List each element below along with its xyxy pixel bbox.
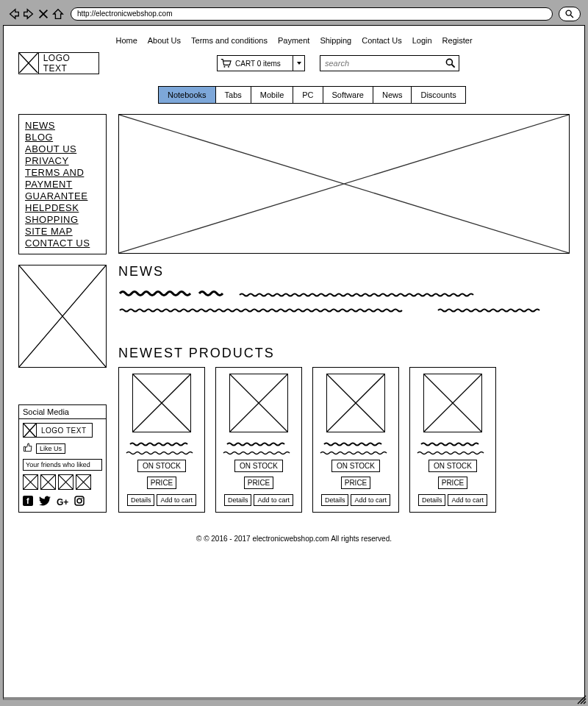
cart-dropdown-icon[interactable]	[293, 56, 304, 71]
sidebar-item-shopping[interactable]: SHOPPING	[25, 214, 100, 225]
stock-badge: ON STOCK	[234, 460, 283, 472]
sidebar-item-blog[interactable]: BLOG	[25, 132, 100, 143]
details-button[interactable]: Details	[321, 494, 349, 506]
topnav-home[interactable]: Home	[115, 36, 137, 45]
news-body-placeholder	[118, 285, 570, 319]
tab-discounts[interactable]: Discounts	[412, 87, 465, 103]
cart-widget[interactable]: CART 0 items	[217, 55, 305, 71]
logo-image-placeholder-icon	[19, 53, 39, 74]
topnav-terms[interactable]: Terms and conditions	[191, 36, 268, 45]
product-grid: ON STOCK PRICE Details Add to cart ON ST…	[118, 367, 570, 513]
logo-text: LOGO TEXT	[39, 53, 98, 74]
stock-badge: ON STOCK	[429, 460, 477, 472]
cart-icon	[218, 58, 234, 68]
browser-search-icon[interactable]	[559, 7, 581, 21]
like-button[interactable]: Like Us	[36, 443, 65, 454]
add-to-cart-button[interactable]: Add to cart	[254, 494, 293, 506]
product-card: ON STOCK PRICE Details Add to cart	[118, 367, 205, 513]
details-button[interactable]: Details	[418, 494, 446, 506]
topnav-register[interactable]: Register	[442, 36, 473, 45]
back-icon[interactable]	[7, 7, 21, 21]
svg-point-7	[77, 499, 82, 503]
svg-point-0	[566, 10, 571, 15]
thumbs-up-icon[interactable]	[23, 442, 33, 454]
search-box	[320, 55, 459, 71]
price-badge: PRICE	[341, 477, 371, 489]
svg-text:f: f	[26, 496, 29, 505]
tab-mobile[interactable]: Mobile	[251, 87, 293, 103]
add-to-cart-button[interactable]: Add to cart	[351, 494, 390, 506]
friend-thumbnails	[23, 474, 102, 490]
social-logo-icon	[24, 424, 37, 437]
friend-thumb	[76, 474, 91, 490]
sidebar-item-contact[interactable]: CONTACT US	[25, 238, 100, 249]
details-button[interactable]: Details	[127, 494, 155, 506]
footer-copyright: © © 2016 - 2017 electronicwebshop.com Al…	[18, 535, 570, 543]
friend-thumb	[58, 474, 74, 490]
sidebar-item-news[interactable]: NEWS	[25, 120, 100, 131]
sidebar-item-privacy[interactable]: PRIVACY	[25, 155, 100, 166]
social-logo-text: LOGO TEXT	[37, 427, 91, 435]
price-badge: PRICE	[438, 477, 468, 489]
hero-image-placeholder	[118, 114, 570, 254]
tab-tabs[interactable]: Tabs	[216, 87, 251, 103]
category-tabs: Notebooks Tabs Mobile PC Software News D…	[158, 86, 466, 104]
topnav-about[interactable]: About Us	[148, 36, 181, 45]
top-nav: Home About Us Terms and conditions Payme…	[18, 36, 570, 45]
stock-badge: ON STOCK	[331, 460, 380, 472]
friends-who-liked: Your friends who liked	[23, 459, 102, 471]
resize-grip-icon[interactable]	[576, 694, 587, 705]
url-bar[interactable]: http://electronicwebshop.com	[71, 7, 553, 21]
sidebar-item-terms[interactable]: TERMS AND	[25, 167, 100, 178]
friend-thumb	[23, 474, 38, 490]
newest-products-heading: NEWEST PRODUCTS	[118, 346, 570, 361]
sidebar-item-payment[interactable]: PAYMENT	[25, 179, 100, 190]
sidebar-item-guarantee[interactable]: GUARANTEE	[25, 190, 100, 202]
instagram-icon[interactable]	[74, 496, 85, 508]
svg-point-1	[223, 66, 225, 68]
social-media-widget: Social Media LOGO TEXT Like	[18, 404, 107, 513]
tab-pc[interactable]: PC	[293, 87, 323, 103]
stock-badge: ON STOCK	[137, 460, 186, 472]
sidebar-item-helpdesk[interactable]: HELPDESK	[25, 202, 100, 213]
sidebar-image-placeholder	[18, 265, 107, 368]
topnav-contact[interactable]: Contact Us	[362, 36, 401, 45]
twitter-icon[interactable]	[39, 496, 51, 508]
svg-point-8	[82, 498, 83, 499]
topnav-shipping[interactable]: Shipping	[320, 36, 351, 45]
topnav-payment[interactable]: Payment	[278, 36, 309, 45]
add-to-cart-button[interactable]: Add to cart	[448, 494, 487, 506]
logo[interactable]: LOGO TEXT	[18, 52, 99, 74]
svg-point-3	[446, 59, 452, 65]
news-heading: NEWS	[118, 264, 570, 279]
product-image-placeholder	[326, 374, 385, 432]
cart-label: CART 0 items	[234, 60, 293, 68]
topnav-login[interactable]: Login	[412, 36, 432, 45]
sidebar-item-about[interactable]: ABOUT US	[25, 143, 100, 154]
product-card: ON STOCK PRICE Details Add to cart	[312, 367, 399, 513]
svg-rect-6	[75, 496, 84, 505]
tab-notebooks[interactable]: Notebooks	[159, 87, 216, 103]
googleplus-icon[interactable]: G+	[57, 497, 68, 507]
facebook-icon[interactable]: f	[23, 496, 33, 508]
tab-software[interactable]: Software	[323, 87, 373, 103]
product-image-placeholder	[423, 374, 482, 432]
svg-point-2	[228, 66, 229, 68]
add-to-cart-button[interactable]: Add to cart	[157, 494, 196, 506]
sidebar-links: NEWS BLOG ABOUT US PRIVACY TERMS AND PAY…	[18, 114, 107, 254]
home-icon[interactable]	[51, 7, 65, 21]
product-card: ON STOCK PRICE Details Add to cart	[409, 367, 496, 513]
product-image-placeholder	[132, 374, 191, 432]
search-input[interactable]	[320, 59, 442, 68]
browser-toolbar: http://electronicwebshop.com	[3, 3, 585, 25]
stop-icon[interactable]	[37, 7, 50, 21]
page-content: Home About Us Terms and conditions Payme…	[3, 25, 585, 700]
details-button[interactable]: Details	[224, 494, 252, 506]
tab-news[interactable]: News	[373, 87, 412, 103]
social-logo: LOGO TEXT	[23, 423, 93, 438]
search-icon[interactable]	[442, 57, 459, 69]
friend-thumb	[40, 474, 56, 490]
sidebar-item-sitemap[interactable]: SITE MAP	[25, 226, 100, 237]
price-badge: PRICE	[147, 477, 177, 489]
forward-icon[interactable]	[22, 7, 35, 21]
